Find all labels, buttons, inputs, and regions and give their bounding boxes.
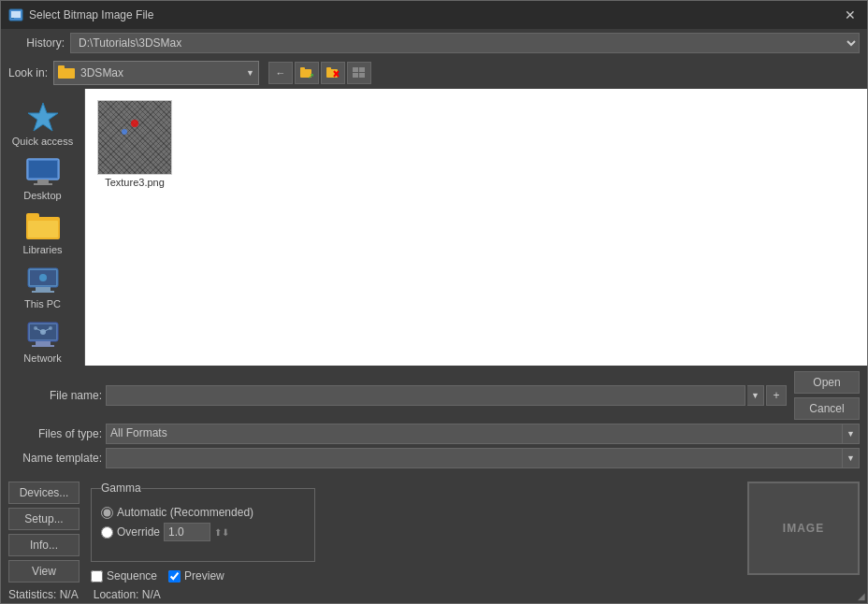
filename-dropdown-arrow[interactable]: ▼ — [747, 385, 764, 406]
sidebar-item-libraries[interactable]: Libraries — [6, 209, 80, 259]
svg-rect-4 — [58, 65, 65, 70]
network-icon — [26, 321, 60, 351]
history-row: History: D:\Tutorials\3DSMax — [1, 29, 867, 57]
svg-rect-2 — [11, 18, 14, 19]
nav-folder-icon-button[interactable]: ↗ — [295, 62, 319, 84]
title-bar-left: Select Bitmap Image File — [8, 7, 153, 22]
svg-rect-22 — [26, 213, 39, 221]
side-buttons: Devices... Setup... Info... View — [8, 482, 83, 582]
history-label: History: — [8, 36, 65, 50]
info-button[interactable]: Info... — [8, 534, 80, 556]
filename-input-wrap: ▼ + — [106, 385, 787, 406]
history-combo[interactable]: D:\Tutorials\3DSMax — [70, 33, 860, 53]
star-icon — [26, 100, 60, 134]
filetype-combo-wrap: All Formats ▼ — [106, 424, 860, 444]
title-bar: Select Bitmap Image File ✕ — [1, 1, 867, 29]
override-label[interactable]: Override — [117, 525, 160, 539]
sidebar-label-quick-access: Quick access — [12, 136, 73, 147]
override-radio[interactable] — [101, 526, 113, 539]
nametemplate-label: Name template: — [8, 452, 102, 465]
svg-rect-14 — [353, 73, 358, 78]
nav-buttons: ← ↗ — [268, 62, 371, 84]
dialog-window: Select Bitmap Image File ✕ History: D:\T… — [0, 0, 868, 604]
automatic-radio[interactable] — [101, 507, 113, 519]
setup-button[interactable]: Setup... — [8, 508, 80, 530]
svg-rect-26 — [36, 287, 51, 291]
desktop-icon — [26, 158, 60, 188]
devices-button[interactable]: Devices... — [8, 482, 80, 504]
resize-handle[interactable]: ◢ — [858, 591, 865, 601]
filetype-field: All Formats — [106, 424, 843, 444]
svg-rect-6 — [300, 67, 305, 70]
sequence-checkbox[interactable] — [91, 570, 103, 582]
preview-checkbox[interactable] — [168, 570, 181, 582]
nametemplate-combo-wrap: ▼ — [106, 448, 860, 468]
gamma-legend: Gamma — [101, 482, 141, 495]
lookin-arrow-icon: ▼ — [246, 68, 254, 78]
file-area: Texture3.png — [85, 89, 867, 366]
svg-marker-16 — [28, 103, 58, 131]
gamma-group: Gamma Automatic (Recommended) Override ⬆… — [91, 482, 315, 562]
filename-plus-button[interactable]: + — [766, 385, 787, 406]
nav-view-button[interactable] — [347, 62, 371, 84]
svg-text:↗: ↗ — [308, 72, 313, 79]
sequence-checkbox-label[interactable]: Sequence — [91, 569, 157, 582]
preview-checkbox-label[interactable]: Preview — [168, 569, 224, 582]
filename-input[interactable] — [106, 385, 745, 406]
texture-preview — [98, 101, 171, 174]
file-item-texture3[interactable]: Texture3.png — [93, 96, 177, 192]
sidebar-item-this-pc[interactable]: This PC — [6, 263, 80, 313]
view-button[interactable]: View — [8, 560, 80, 582]
folder-arrow-icon: ↗ — [300, 67, 313, 79]
statistics-label: Statistics: — [8, 588, 56, 601]
sidebar-item-desktop[interactable]: Desktop — [6, 154, 80, 205]
preview-box: IMAGE — [747, 482, 860, 575]
automatic-label[interactable]: Automatic (Recommended) — [117, 506, 253, 519]
sidebar-label-this-pc: This PC — [24, 298, 61, 309]
file-thumbnail — [97, 100, 172, 175]
folder-yellow-icon — [58, 65, 75, 79]
svg-rect-18 — [29, 161, 57, 178]
filetype-dropdown-arrow[interactable]: ▼ — [843, 424, 860, 444]
sidebar-item-network[interactable]: Network — [6, 317, 80, 366]
nametemplate-dropdown-arrow[interactable]: ▼ — [843, 448, 860, 468]
main-area: Quick access Desktop Libraries — [1, 89, 867, 366]
statistics-item: Statistics: N/A — [8, 588, 79, 601]
delete-folder-icon — [326, 67, 340, 79]
override-spinner[interactable]: ⬆⬇ — [214, 527, 229, 538]
svg-rect-23 — [28, 221, 58, 237]
close-button[interactable]: ✕ — [841, 6, 860, 24]
sidebar-label-libraries: Libraries — [22, 244, 62, 255]
lower-section: Devices... Setup... Info... View Gamma A… — [1, 478, 867, 586]
filename-row: File name: ▼ + Open Cancel — [8, 371, 860, 420]
computer-icon — [26, 266, 60, 296]
svg-rect-12 — [353, 67, 358, 72]
stats-row: Statistics: N/A Location: N/A — [1, 586, 867, 603]
filename-label: File name: — [8, 389, 102, 402]
sidebar-label-network: Network — [23, 352, 61, 364]
automatic-radio-row: Automatic (Recommended) — [101, 506, 305, 519]
action-buttons: Open Cancel — [794, 371, 860, 420]
sidebar-item-quick-access[interactable]: Quick access — [6, 96, 80, 151]
location-label: Location: — [94, 588, 139, 601]
location-value: N/A — [142, 588, 161, 601]
nav-delete-button[interactable] — [321, 62, 345, 84]
override-input[interactable] — [164, 523, 210, 541]
cancel-button[interactable]: Cancel — [794, 397, 860, 420]
lookin-row: Look in: 3DSMax ▼ ← ↗ — [1, 57, 867, 89]
file-name-label: Texture3.png — [105, 177, 165, 188]
nametemplate-row: Name template: ▼ — [8, 448, 860, 468]
svg-rect-13 — [359, 67, 365, 72]
open-button[interactable]: Open — [794, 371, 860, 394]
dialog-title: Select Bitmap Image File — [29, 8, 153, 22]
filetype-label: Files of type: — [8, 427, 102, 440]
svg-rect-32 — [32, 345, 54, 347]
svg-rect-20 — [34, 183, 52, 185]
libraries-folder-icon — [26, 212, 60, 242]
nametemplate-field — [106, 448, 843, 468]
nav-back-button[interactable]: ← — [268, 62, 293, 84]
filetype-row: Files of type: All Formats ▼ — [8, 424, 860, 444]
lookin-label: Look in: — [8, 66, 48, 79]
lookin-dropdown[interactable]: 3DSMax ▼ — [53, 61, 259, 85]
location-item: Location: N/A — [94, 588, 161, 601]
